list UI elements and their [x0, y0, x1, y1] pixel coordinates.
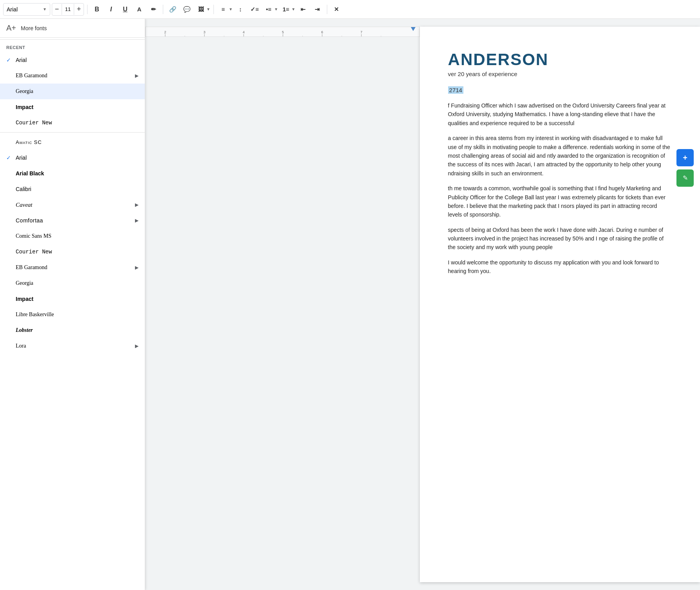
document-page: ANDERSON ver 20 years of experience 2714…	[420, 27, 700, 582]
font-name-comic-sans: Comic Sans MS	[16, 233, 131, 239]
font-name-lora: Lora	[16, 343, 131, 349]
font-item-courier-new[interactable]: Courier New	[0, 244, 145, 260]
font-item-impact[interactable]: Impact	[0, 291, 145, 307]
bold-button[interactable]: B	[91, 3, 103, 16]
doc-paragraph-3: th me towards a common, worthwhile goal …	[448, 184, 672, 219]
line-spacing-button[interactable]: ↕	[234, 3, 247, 16]
toolbar-divider-1	[87, 5, 88, 14]
more-fonts-icon: A+	[6, 24, 16, 33]
font-item-comfortaa[interactable]: Comfortaa ▶	[0, 213, 145, 228]
arrow-icon-caveat: ▶	[131, 202, 139, 208]
font-item-arial[interactable]: ✓ Arial	[0, 150, 145, 166]
font-item-recent-georgia[interactable]: Georgia	[0, 84, 145, 99]
numbered-list-button[interactable]: 1≡	[280, 3, 292, 16]
chevron-down-icon: ▼	[43, 7, 47, 11]
doc-paragraph-1: f Fundraising Officer which I saw advert…	[448, 101, 672, 127]
svg-text:5: 5	[282, 30, 284, 34]
font-name-arial-all: Arial	[16, 155, 131, 161]
svg-text:3: 3	[203, 30, 205, 34]
clear-formatting-button[interactable]: ✕	[330, 3, 343, 16]
svg-text:6: 6	[321, 30, 323, 34]
font-name-label: Arial	[7, 6, 41, 13]
font-name-calibri: Calibri	[16, 186, 131, 192]
font-item-arial-black[interactable]: Arial Black	[0, 166, 145, 181]
edit-comment-icon: ✎	[683, 175, 688, 181]
font-item-comic-sans-ms[interactable]: Comic Sans MS	[0, 228, 145, 244]
more-fonts-label: More fonts	[21, 25, 47, 31]
font-size-control: − +	[52, 3, 84, 16]
font-selector[interactable]: Arial ▼	[3, 3, 50, 16]
svg-text:2: 2	[164, 30, 166, 34]
more-fonts-header[interactable]: A+ More fonts	[0, 19, 145, 38]
document-header-sub: ver 20 years of experience	[448, 71, 672, 77]
doc-paragraph-5: I would welcome the opportunity to discu…	[448, 258, 672, 276]
decrease-indent-button[interactable]: ⇤	[297, 3, 310, 16]
main-layout: A+ More fonts RECENT ✓ Arial EB Garamond…	[0, 19, 700, 590]
italic-button[interactable]: I	[105, 3, 117, 16]
font-item-calibri[interactable]: Calibri	[0, 181, 145, 197]
increase-indent-button[interactable]: ⇥	[311, 3, 324, 16]
font-name-courier-new: Courier New	[16, 249, 131, 255]
ruler-triangle	[411, 27, 416, 31]
section-separator-middle	[0, 132, 145, 133]
font-name-georgia-all: Georgia	[16, 280, 131, 286]
font-name-impact: Impact	[16, 296, 131, 302]
arrow-icon-eb-garamond-all: ▶	[131, 265, 139, 270]
doc-paragraph-2: a career in this area stems from my inte…	[448, 134, 672, 178]
section-separator-top	[0, 39, 145, 40]
arrow-icon-comfortaa: ▶	[131, 218, 139, 223]
document-area: 2 3 4 5 6 7	[145, 19, 700, 590]
check-icon-arial-all: ✓	[6, 155, 16, 161]
font-name-amatic-sc: Amatic SC	[16, 139, 131, 145]
link-button[interactable]: 🔗	[166, 3, 179, 16]
toolbar-divider-2	[163, 5, 163, 14]
font-name-georgia-recent: Georgia	[16, 88, 131, 95]
font-item-recent-arial[interactable]: ✓ Arial	[0, 52, 145, 68]
highlight-color-button[interactable]: ✏	[147, 3, 160, 16]
font-name-impact-recent: Impact	[16, 104, 131, 110]
document-header-name: ANDERSON	[448, 50, 672, 69]
font-name-lobster: Lobster	[16, 327, 131, 333]
add-comment-button[interactable]: +	[676, 149, 694, 166]
check-icon-arial: ✓	[6, 57, 16, 63]
image-arrow-icon: ▼	[206, 7, 210, 11]
font-name-arial-recent: Arial	[16, 57, 131, 63]
font-name-comfortaa: Comfortaa	[16, 217, 131, 224]
edit-comment-button[interactable]: ✎	[676, 169, 694, 187]
toolbar-divider-4	[327, 5, 327, 14]
svg-text:4: 4	[242, 30, 244, 34]
doc-paragraph-4: spects of being at Oxford has been the w…	[448, 226, 672, 252]
font-size-input[interactable]	[62, 4, 74, 15]
font-name-courier-new-recent: Courier New	[16, 120, 131, 126]
font-name-libre-baskerville: Libre Baskerville	[16, 311, 131, 318]
font-item-recent-eb-garamond[interactable]: EB Garamond ▶	[0, 68, 145, 84]
checklist-button[interactable]: ✓≡	[248, 3, 261, 16]
alignment-arrow-icon: ▼	[229, 7, 233, 11]
font-name-arial-black: Arial Black	[16, 170, 131, 177]
font-item-georgia[interactable]: Georgia	[0, 275, 145, 291]
font-name-eb-garamond-recent: EB Garamond	[16, 73, 131, 79]
underline-button[interactable]: U	[119, 3, 131, 16]
highlight-section: 2714	[448, 87, 672, 93]
arrow-icon-eb-garamond: ▶	[131, 73, 139, 78]
comment-button[interactable]: 💬	[180, 3, 193, 16]
font-item-recent-courier-new[interactable]: Courier New	[0, 115, 145, 131]
svg-text:7: 7	[360, 30, 362, 34]
alignment-button[interactable]: ≡	[217, 3, 230, 16]
arrow-icon-lora: ▶	[131, 343, 139, 349]
font-name-caveat: Caveat	[16, 202, 131, 208]
font-item-lobster[interactable]: Lobster	[0, 322, 145, 338]
ruler: 2 3 4 5 6 7	[145, 27, 420, 37]
bullet-arrow-icon: ▼	[274, 7, 278, 11]
font-item-eb-garamond[interactable]: EB Garamond ▶	[0, 260, 145, 275]
font-item-caveat[interactable]: Caveat ▶	[0, 197, 145, 213]
bullet-list-button[interactable]: •≡	[262, 3, 275, 16]
increase-font-button[interactable]: +	[74, 3, 84, 16]
image-button[interactable]: 🖼	[195, 3, 207, 16]
decrease-font-button[interactable]: −	[52, 3, 62, 16]
font-item-lora[interactable]: Lora ▶	[0, 338, 145, 354]
font-item-libre-baskerville[interactable]: Libre Baskerville	[0, 307, 145, 322]
font-item-amatic-sc[interactable]: Amatic SC	[0, 134, 145, 150]
font-color-button[interactable]: A	[133, 3, 146, 16]
font-item-recent-impact[interactable]: Impact	[0, 99, 145, 115]
